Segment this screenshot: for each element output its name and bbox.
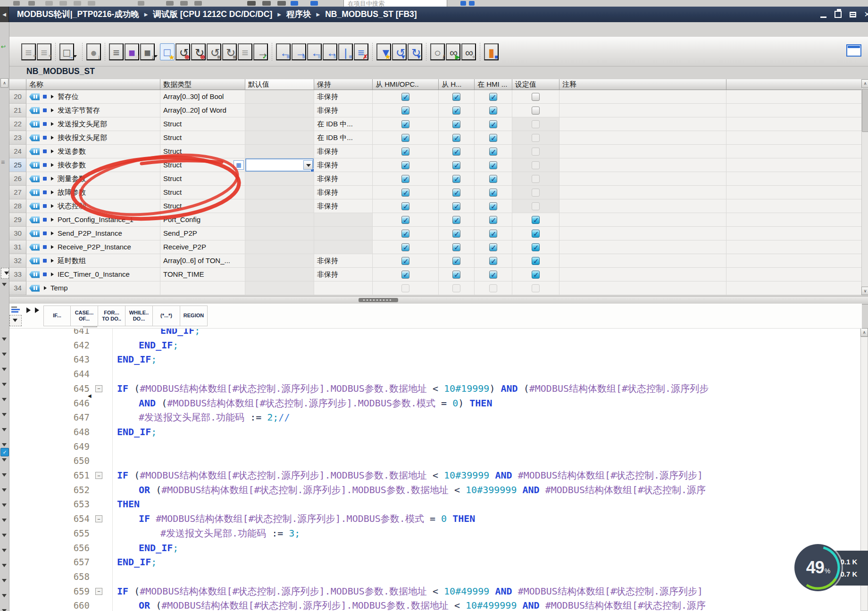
datatype-cell[interactable]: Struct (160, 186, 245, 199)
expand-members-icon[interactable]: ≡ (109, 43, 124, 60)
retain-cell[interactable]: 非保持 (314, 186, 373, 199)
default-value-cell[interactable] (245, 158, 314, 172)
in-hmi-checkbox[interactable] (489, 134, 497, 142)
row-number[interactable]: 30 (9, 227, 26, 240)
from-hmi-checkbox[interactable] (452, 271, 460, 279)
gutter-fold-arrow-icon[interactable] (2, 564, 7, 567)
upload-values-icon[interactable]: ↻■ (222, 43, 237, 60)
expand-arrow-icon[interactable] (51, 190, 54, 194)
expand-arrow-icon[interactable] (51, 95, 54, 99)
goto-definition-icon[interactable]: ←≡ (276, 43, 291, 60)
clipped-toolbar-icon[interactable] (277, 1, 286, 6)
retain-cell[interactable]: 非保持 (314, 158, 373, 172)
row-number[interactable]: 21 (9, 104, 26, 117)
snippet-button[interactable]: WHILE.. DO... (125, 306, 153, 326)
clipped-toolbar-icon[interactable] (460, 1, 466, 6)
default-value-cell[interactable] (245, 199, 314, 213)
row-number[interactable]: 29 (9, 213, 26, 227)
row-number[interactable]: 24 (9, 145, 26, 158)
expand-arrow-icon[interactable] (51, 149, 54, 153)
breadcrumb-segment[interactable]: 程序块 (286, 9, 311, 19)
default-value-cell[interactable] (245, 213, 314, 227)
datatype-browse-icon[interactable]: ▦ (234, 160, 244, 170)
download-values-icon[interactable]: ↺■ (207, 43, 221, 60)
datatype-cell[interactable]: Array[0..30] of Bool (160, 90, 245, 104)
name-cell[interactable]: Receive_P2P_Instance (26, 240, 160, 254)
datatype-cell[interactable]: TONR_TIME (160, 268, 245, 281)
expand-arrow-icon[interactable] (51, 272, 54, 276)
gutter-fold-arrow-icon[interactable] (2, 443, 7, 446)
setpoint-checkbox[interactable] (532, 216, 540, 224)
fold-toggle-icon[interactable]: − (95, 515, 102, 522)
hmi-opc-checkbox[interactable] (401, 216, 409, 224)
name-cell[interactable]: 接收报文头尾部 (26, 131, 160, 145)
hmi-opc-checkbox[interactable] (401, 243, 409, 251)
expand-arrow-icon[interactable] (51, 231, 54, 235)
datatype-cell[interactable]: Struct (160, 199, 245, 213)
scl-code-editor[interactable]: 641END_IF;642END_IF;643END_IF;644645−IF … (9, 304, 862, 611)
default-value-cell[interactable] (245, 240, 314, 254)
hmi-opc-checkbox[interactable] (401, 120, 409, 128)
hmi-opc-checkbox[interactable] (401, 189, 409, 197)
setpoint-checkbox[interactable] (532, 161, 540, 169)
gutter-fold-arrow-icon[interactable] (2, 428, 7, 431)
grip-icon[interactable]: ≡ (1, 158, 5, 166)
window-layout-icon[interactable] (846, 44, 861, 57)
from-hmi-checkbox[interactable] (452, 257, 460, 265)
in-hmi-checkbox[interactable] (489, 243, 497, 251)
datatype-cell[interactable]: Struct (160, 117, 245, 131)
comment-cell[interactable] (559, 131, 726, 145)
in-hmi-checkbox[interactable] (489, 107, 497, 115)
setpoint-checkbox[interactable] (532, 202, 540, 210)
dropdown-collapsed-icon[interactable] (1, 268, 9, 279)
default-value-cell[interactable] (245, 131, 314, 145)
datatype-cell[interactable]: Struct (160, 172, 245, 186)
from-hmi-checkbox[interactable] (452, 161, 460, 169)
hmi-opc-checkbox[interactable] (401, 93, 409, 101)
gutter-fold-arrow-icon[interactable] (2, 609, 7, 611)
default-value-cell[interactable] (245, 227, 314, 240)
in-hmi-checkbox[interactable] (489, 284, 497, 292)
retain-cell[interactable]: 非保持 (314, 199, 373, 213)
snippet-button[interactable]: REGION (180, 306, 208, 326)
gutter-fold-arrow-icon[interactable] (2, 473, 7, 477)
setpoint-checkbox[interactable] (532, 148, 540, 156)
fold-toggle-icon[interactable]: − (95, 472, 102, 479)
retain-cell[interactable]: 非保持 (314, 268, 373, 281)
snippet-dropdown-icon[interactable] (9, 315, 22, 326)
expand-arrow-icon[interactable] (51, 108, 54, 112)
gutter-fold-arrow-icon[interactable] (2, 549, 7, 552)
snippet-button[interactable]: CASE... OF... (71, 306, 98, 326)
table-scroll-down-icon[interactable]: ∨ (861, 287, 868, 295)
retain-cell[interactable]: 非保持 (314, 254, 373, 268)
from-hmi-checkbox[interactable] (452, 202, 460, 210)
comment-cell[interactable] (559, 117, 726, 131)
expand-arrow-icon[interactable] (51, 177, 54, 181)
setpoint-checkbox[interactable] (532, 257, 540, 265)
datatype-cell[interactable]: Receive_P2P (160, 240, 245, 254)
datatype-cell[interactable]: Port_Config (160, 213, 245, 227)
retain-cell[interactable]: 在 IDB 中... (314, 117, 373, 131)
expand-arrow-icon[interactable] (51, 163, 54, 167)
hmi-opc-checkbox[interactable] (401, 271, 409, 279)
row-number[interactable]: 20 (9, 90, 26, 104)
row-number[interactable]: 27 (9, 186, 26, 199)
monitor-modify-icon[interactable]: ∞+ (461, 43, 476, 60)
breadcrumb-segment[interactable]: 调试版 [CPU 1212C DC/DC/DC] (153, 9, 272, 19)
expand-arrow-icon[interactable] (51, 245, 54, 249)
from-hmi-checkbox[interactable] (452, 284, 460, 292)
in-hmi-checkbox[interactable] (489, 148, 497, 156)
clipped-toolbar-icon[interactable] (45, 1, 53, 6)
find-replace-icon[interactable]: ○/ (430, 43, 445, 60)
expand-arrow-icon[interactable] (51, 122, 54, 126)
in-hmi-checkbox[interactable] (489, 230, 497, 238)
clipped-toolbar-icon[interactable] (13, 1, 20, 6)
breadcrumb-segment[interactable]: NB_MODBUS_ST [FB3] (325, 9, 417, 19)
clipped-toolbar-icon[interactable] (59, 1, 67, 6)
datatype-cell[interactable]: Struct (160, 131, 245, 145)
bookmark-next-icon[interactable]: ↻▼ (408, 43, 422, 60)
nav-forward-icon[interactable] (26, 307, 31, 313)
minimize-icon[interactable] (820, 17, 826, 18)
from-hmi-checkbox[interactable] (452, 148, 460, 156)
name-cell[interactable]: IEC_Timer_0_Instance (26, 268, 160, 281)
